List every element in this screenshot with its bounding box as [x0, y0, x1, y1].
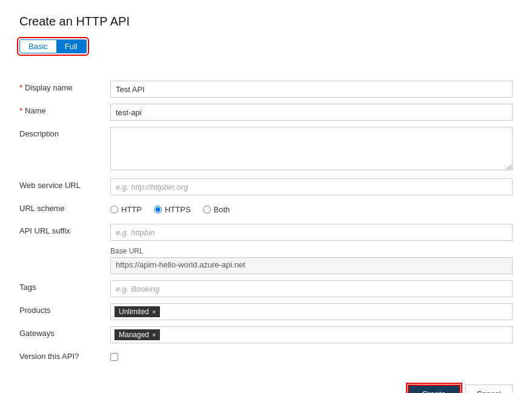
base-url-field: Base URL https://apim-hello-world.azure-…	[110, 244, 513, 277]
name-input[interactable]	[110, 104, 513, 121]
display-name-label: * Display name	[19, 78, 110, 101]
url-scheme-https-option[interactable]: HTTPS	[154, 205, 191, 214]
display-name-input[interactable]	[110, 81, 513, 98]
url-scheme-http-option[interactable]: HTTP	[110, 205, 142, 214]
description-label: Description	[19, 124, 110, 175]
version-label: Version this API?	[19, 346, 110, 368]
base-url-value: https://apim-hello-world.azure-api.net	[110, 257, 513, 274]
url-scheme-https-radio[interactable]	[154, 206, 162, 213]
description-input[interactable]	[110, 127, 513, 170]
tags-field	[110, 277, 513, 300]
page-title: Create an HTTP API	[19, 15, 513, 29]
form: * Display name * Name Description Web se…	[19, 78, 513, 368]
gateways-tag-managed-remove[interactable]: ×	[152, 331, 156, 338]
mode-full-button[interactable]: Full	[56, 40, 86, 53]
products-tag-container[interactable]: Unlimited ×	[110, 303, 513, 320]
gateways-field: Managed ×	[110, 323, 513, 346]
tags-label: Tags	[19, 277, 110, 300]
products-field: Unlimited ×	[110, 300, 513, 323]
web-service-url-field	[110, 175, 513, 198]
display-name-field	[110, 78, 513, 101]
web-service-url-label: Web service URL	[19, 175, 110, 198]
url-scheme-both-radio[interactable]	[203, 206, 211, 213]
api-url-suffix-field	[110, 221, 513, 244]
api-url-suffix-input[interactable]	[110, 224, 513, 241]
footer-buttons: Create Cancel	[19, 385, 513, 393]
base-url-spacer	[19, 244, 110, 277]
url-scheme-both-option[interactable]: Both	[203, 205, 230, 214]
cancel-button[interactable]: Cancel	[465, 385, 513, 393]
version-checkbox[interactable]	[110, 353, 118, 361]
products-label: Products	[19, 300, 110, 323]
name-label: * Name	[19, 101, 110, 124]
url-scheme-group: HTTP HTTPS Both	[110, 201, 513, 218]
products-tag-unlimited[interactable]: Unlimited ×	[115, 306, 160, 317]
name-field	[110, 101, 513, 124]
version-field	[110, 346, 513, 368]
create-button[interactable]: Create	[408, 385, 461, 393]
url-scheme-http-radio[interactable]	[110, 206, 118, 213]
mode-basic-button[interactable]: Basic	[20, 40, 56, 53]
gateways-tag-container[interactable]: Managed ×	[110, 326, 513, 343]
tags-input[interactable]	[110, 280, 513, 297]
base-url-label: Base URL	[110, 247, 513, 255]
gateways-label: Gateways	[19, 323, 110, 346]
url-scheme-field: HTTP HTTPS Both	[110, 198, 513, 221]
web-service-url-input[interactable]	[110, 178, 513, 195]
gateways-tag-managed[interactable]: Managed ×	[115, 329, 160, 340]
api-url-suffix-label: API URL suffix	[19, 221, 110, 244]
mode-toggle[interactable]: Basic Full	[19, 39, 87, 53]
url-scheme-label: URL scheme	[19, 198, 110, 221]
description-field	[110, 124, 513, 175]
name-required: *	[19, 106, 22, 116]
display-name-required: *	[19, 82, 22, 93]
products-tag-unlimited-remove[interactable]: ×	[152, 308, 156, 315]
